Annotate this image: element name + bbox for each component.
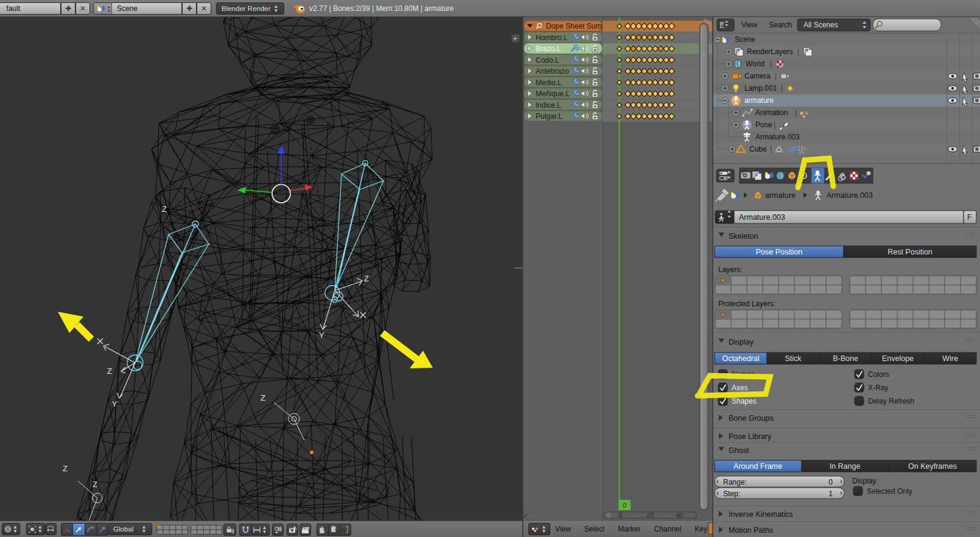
svg-text:Armature.003: Armature.003 [755,133,800,141]
svg-text:Indice.L: Indice.L [536,101,561,110]
svg-text:Octahedral: Octahedral [722,354,759,363]
svg-text:0: 0 [623,502,626,509]
svg-text:|: | [774,121,775,129]
svg-text:Range:: Range: [723,478,747,486]
svg-text:Names: Names [732,370,755,379]
svg-text:Selected Only: Selected Only [867,487,912,496]
svg-text:World: World [746,60,765,68]
svg-text:Axes: Axes [732,384,748,392]
svg-text:RenderLayers: RenderLayers [747,47,793,56]
svg-text:Shapes: Shapes [732,397,757,405]
svg-text:Rest Position: Rest Position [887,248,933,256]
svg-text:Y: Y [112,399,117,409]
svg-text:Pose Position: Pose Position [756,248,802,256]
svg-text:Medio.L: Medio.L [536,79,562,87]
svg-text:Ghost: Ghost [729,446,749,455]
svg-text:F: F [967,213,971,222]
svg-text:Envelope: Envelope [882,354,914,363]
svg-text:Brazo.L: Brazo.L [536,44,561,53]
svg-text:Z: Z [107,367,112,376]
svg-text:Protected Layers:: Protected Layers: [718,300,775,308]
svg-text:Camera: Camera [744,72,771,80]
svg-text:Z: Z [364,274,369,283]
svg-text:Animation: Animation [755,108,788,117]
svg-text:Z: Z [93,480,97,489]
svg-text:Bone Groups: Bone Groups [729,414,774,423]
svg-text:Z: Z [261,393,265,402]
svg-text:Display: Display [729,338,754,346]
svg-text:Antebrazo: Antebrazo [536,67,569,75]
svg-text:Armature.003: Armature.003 [827,191,873,200]
svg-text:Y: Y [319,331,324,340]
svg-text:Cube: Cube [749,145,767,153]
svg-text:Pose Library: Pose Library [729,432,772,441]
svg-text:Stick: Stick [785,354,802,363]
svg-text:Delay Refresh: Delay Refresh [868,397,914,405]
svg-text:20: 20 [646,511,654,519]
svg-text:|: | [795,108,797,117]
svg-text:0: 0 [618,511,622,519]
svg-text:On Keyframes: On Keyframes [908,462,957,471]
svg-text:Skeleton: Skeleton [729,232,758,240]
svg-text:1: 1 [828,490,833,498]
svg-text:|: | [797,47,799,56]
svg-text:Z: Z [162,205,167,214]
svg-text:View: View [741,21,757,29]
svg-text:X-Ray: X-Ray [868,384,888,392]
svg-text:armature: armature [744,96,774,105]
svg-text:Hombro.L: Hombro.L [536,33,568,42]
svg-text:Armature.003: Armature.003 [739,213,785,222]
svg-text:Scene: Scene [735,35,755,44]
svg-text:Pulgar.L: Pulgar.L [536,112,562,121]
svg-text:|: | [770,60,772,68]
svg-text:Z: Z [63,464,68,473]
svg-text:+: + [513,35,517,42]
svg-text:B-Bone: B-Bone [833,354,858,363]
svg-text:Search: Search [769,21,792,29]
svg-text:Colors: Colors [868,370,889,379]
svg-text:Meñique.L: Meñique.L [536,90,570,98]
svg-text:Motion Paths: Motion Paths [729,526,773,535]
svg-text:40: 40 [676,511,683,519]
svg-text:|: | [770,145,772,153]
svg-text:Layers:: Layers: [718,265,742,274]
svg-text:Codo.L: Codo.L [536,56,559,65]
svg-text:Inverse Kinematics: Inverse Kinematics [729,510,793,519]
svg-text:Pose: Pose [755,121,772,129]
svg-text:Wire: Wire [942,354,958,363]
svg-text:All Scenes: All Scenes [803,21,838,29]
svg-text:Around Frame: Around Frame [733,462,782,471]
svg-text:Display:: Display: [852,477,878,485]
svg-text:|: | [775,72,777,80]
svg-text:Dope Sheet Summ: Dope Sheet Summ [546,22,603,30]
svg-text:armature: armature [765,191,796,200]
svg-text:0: 0 [828,478,833,486]
svg-text:|: | [781,84,783,93]
svg-text:Step:: Step: [723,490,740,498]
svg-text:In Range: In Range [830,462,861,471]
svg-text:Lamp.001: Lamp.001 [744,84,777,93]
